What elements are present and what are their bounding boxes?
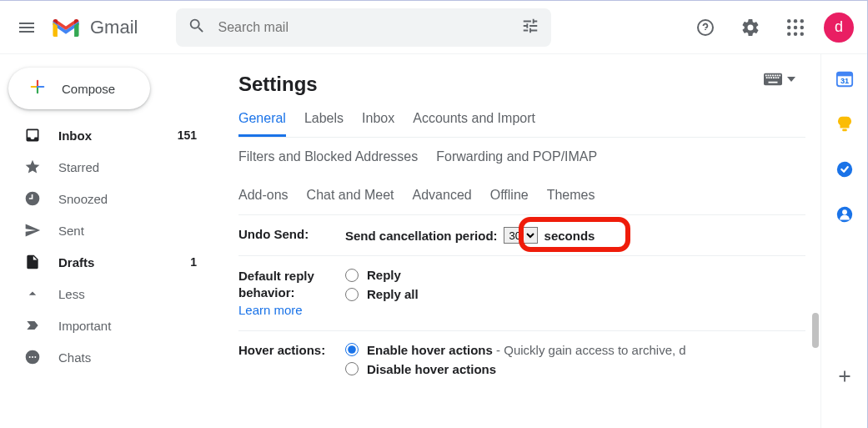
reply-radio[interactable] [345, 269, 359, 282]
disable-hover-radio[interactable] [345, 362, 359, 375]
tab-inbox[interactable]: Inbox [362, 111, 394, 137]
google-apps-button[interactable] [779, 11, 812, 44]
sidebar-item-label: Sent [58, 224, 84, 238]
svg-rect-16 [770, 75, 771, 77]
learn-more-link[interactable]: Learn more [238, 303, 303, 317]
settings-button[interactable] [734, 11, 767, 44]
svg-rect-29 [836, 73, 851, 77]
setting-default-reply: Default reply behavior: Learn more Reply… [238, 256, 805, 331]
calendar-addon[interactable]: 31 [835, 69, 855, 89]
svg-rect-14 [765, 75, 767, 77]
tab-offline[interactable]: Offline [490, 188, 529, 203]
chevron-up-icon [23, 285, 42, 302]
seconds-label: seconds [544, 229, 595, 243]
tab-addons[interactable]: Add-ons [238, 188, 288, 203]
keep-addon[interactable] [835, 114, 855, 134]
svg-rect-24 [773, 77, 775, 78]
search-bar[interactable] [176, 8, 551, 47]
sidebar-item-important[interactable]: Important [0, 310, 213, 341]
tab-filters[interactable]: Filters and Blocked Addresses [238, 149, 418, 164]
svg-point-12 [34, 356, 36, 358]
svg-rect-20 [779, 75, 780, 77]
svg-point-5 [800, 25, 804, 28]
tab-forwarding[interactable]: Forwarding and POP/IMAP [436, 149, 597, 164]
sidebar-item-drafts[interactable]: Drafts 1 [0, 246, 213, 278]
sidebar-item-chats[interactable]: Chats [0, 341, 213, 373]
svg-point-34 [842, 209, 847, 214]
settings-tabs-row2: Filters and Blocked Addresses Forwarding… [238, 138, 805, 176]
sidebar: Compose Inbox 151 Starred Snoozed [0, 54, 213, 428]
support-button[interactable] [689, 11, 722, 44]
svg-rect-31 [842, 129, 847, 132]
tab-chat[interactable]: Chat and Meet [307, 188, 394, 203]
svg-rect-21 [766, 77, 768, 78]
star-icon [23, 159, 42, 175]
sidebar-item-inbox[interactable]: Inbox 151 [0, 119, 213, 151]
svg-point-6 [787, 32, 790, 35]
svg-point-7 [794, 32, 797, 35]
settings-tabs-row1: General Labels Inbox Accounts and Import [238, 111, 805, 138]
reply-all-option-label[interactable]: Reply all [367, 287, 419, 301]
sidebar-item-sent[interactable]: Sent [0, 214, 213, 246]
sidebar-item-less[interactable]: Less [0, 278, 213, 310]
tab-advanced[interactable]: Advanced [413, 188, 472, 203]
compose-button[interactable]: Compose [8, 68, 150, 109]
tab-labels[interactable]: Labels [304, 111, 344, 137]
gmail-logo[interactable]: Gmail [47, 16, 138, 39]
setting-hover-actions: Hover actions: Enable hover actions - Qu… [238, 331, 805, 393]
get-addons-button[interactable] [835, 366, 855, 386]
enable-hover-radio[interactable] [345, 343, 359, 356]
contacts-addon[interactable] [835, 204, 855, 224]
side-panel: 31 [820, 54, 867, 428]
chat-icon [23, 349, 42, 365]
input-tools-button[interactable] [764, 73, 795, 86]
svg-point-10 [29, 356, 31, 358]
cancellation-period-select[interactable]: 30 [504, 227, 538, 244]
svg-rect-25 [775, 77, 777, 78]
search-icon [188, 17, 206, 38]
send-icon [23, 222, 42, 239]
main-menu-button[interactable] [7, 8, 47, 48]
svg-rect-17 [772, 75, 774, 77]
search-input[interactable] [218, 20, 509, 35]
sidebar-item-count: 1 [190, 255, 197, 269]
sidebar-item-label: Less [58, 287, 85, 301]
tab-accounts[interactable]: Accounts and Import [413, 111, 535, 137]
sidebar-item-snoozed[interactable]: Snoozed [0, 183, 213, 214]
svg-rect-15 [768, 75, 770, 77]
reply-option-label[interactable]: Reply [367, 268, 401, 282]
sidebar-item-label: Starred [58, 160, 99, 174]
sidebar-item-label: Chats [58, 350, 91, 365]
gmail-text: Gmail [90, 17, 138, 38]
draft-icon [23, 254, 42, 270]
svg-rect-18 [775, 75, 776, 77]
svg-point-0 [787, 19, 790, 23]
sidebar-item-starred[interactable]: Starred [0, 151, 213, 183]
settings-tabs-row3: Add-ons Chat and Meet Advanced Offline T… [238, 176, 805, 215]
nav-list: Inbox 151 Starred Snoozed Sent Dra [0, 119, 213, 373]
scrollbar-thumb[interactable] [812, 313, 819, 348]
svg-text:31: 31 [840, 77, 848, 85]
undo-send-label: Undo Send: [238, 227, 345, 244]
tasks-addon[interactable] [835, 159, 855, 179]
tab-themes[interactable]: Themes [547, 188, 595, 203]
settings-content: Settings General Labels Inbox Accounts a… [213, 54, 820, 428]
hover-actions-label: Hover actions: [238, 343, 345, 381]
important-icon [23, 317, 42, 334]
svg-rect-26 [778, 77, 780, 78]
tab-general[interactable]: General [238, 111, 286, 137]
page-title: Settings [238, 73, 805, 96]
reply-all-radio[interactable] [345, 288, 359, 301]
enable-hover-label[interactable]: Enable hover actions - Quickly gain acce… [367, 343, 686, 357]
svg-point-8 [800, 32, 804, 35]
svg-rect-22 [769, 77, 770, 78]
search-options-icon[interactable] [521, 17, 539, 38]
clock-icon [23, 190, 42, 207]
svg-point-3 [787, 25, 790, 28]
sidebar-item-label: Drafts [58, 255, 94, 269]
gmail-icon [50, 16, 82, 39]
compose-label: Compose [62, 82, 115, 96]
account-avatar[interactable]: d [824, 13, 854, 43]
disable-hover-label[interactable]: Disable hover actions [367, 362, 496, 376]
svg-rect-19 [777, 75, 779, 77]
